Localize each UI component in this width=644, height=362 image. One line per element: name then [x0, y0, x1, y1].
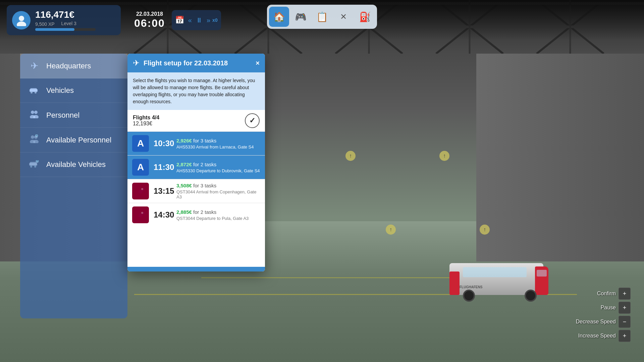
modal-close-button[interactable]: × [256, 59, 260, 67]
svg-point-22 [35, 92, 37, 94]
clock-area: 22.03.2018 06:00 [134, 11, 165, 29]
clock-date: 22.03.2018 [136, 11, 163, 17]
clipboard-icon: 📋 [316, 11, 328, 22]
sidebar-item-available-personnel[interactable]: + Available Personnel [20, 128, 127, 153]
sidebar-label-headquarters: Headquarters [46, 62, 91, 70]
nav-tab-home[interactable]: 🏠 [269, 7, 289, 27]
speed-label: x0 [212, 17, 218, 23]
flight-row-1[interactable]: A 10:30 2,926€ for 3 tasks AHS5330 Arriv… [127, 131, 265, 155]
modal-empty-space [127, 227, 265, 267]
flight-list: A 10:30 2,926€ for 3 tasks AHS5330 Arriv… [127, 131, 265, 227]
airline-badge-2: A [132, 159, 149, 176]
available-personnel-icon: + [28, 134, 40, 145]
confirm-label: Confirm [597, 291, 616, 297]
flight-row-4[interactable]: 14:30 2,885€ for 2 tasks QST3044 Departu… [127, 203, 265, 227]
flight-detail-3: QST3044 Arrival from Copenhagen, Gate A3 [176, 189, 260, 199]
svg-point-24 [34, 111, 38, 114]
speed-prev-btn[interactable]: « [186, 15, 194, 25]
sidebar-label-available-vehicles: Available Vehicles [46, 160, 106, 169]
xp-bar-fill [35, 28, 74, 31]
svg-point-18 [17, 21, 26, 26]
nav-tab-fuel[interactable]: ⛽ [355, 7, 375, 27]
flight-row-3[interactable]: 13:15 3,508€ for 3 tasks QST3044 Arrival… [127, 179, 265, 203]
flight-info-1: 2,926€ for 3 tasks AHS5330 Arrival from … [176, 138, 260, 149]
pause-button[interactable]: + [619, 302, 631, 314]
flight-time-3: 13:15 [154, 186, 176, 196]
sidebar-item-personnel[interactable]: Personnel [20, 103, 127, 128]
svg-point-21 [31, 92, 33, 94]
flight-earnings-row-3: 3,508€ for 3 tasks [176, 183, 260, 189]
svg-rect-34 [29, 163, 37, 166]
svg-point-17 [19, 16, 24, 21]
bus-wheel-front [525, 290, 537, 302]
player-money: 116,471€ [35, 9, 115, 20]
sidebar-item-available-vehicles[interactable]: + Available Vehicles [20, 153, 127, 177]
flight-earnings-row-2: 2,872€ for 2 tasks [176, 162, 260, 168]
speed-pause-btn[interactable]: ⏸ [194, 15, 205, 25]
sidebar-label-vehicles: Vehicles [46, 86, 74, 95]
flight-detail-1: AHS5330 Arrival from Larnaca, Gate S4 [176, 144, 260, 149]
flight-tasks-1: for 3 tasks [193, 138, 216, 143]
clock-time: 06:00 [134, 17, 165, 29]
increase-speed-button[interactable]: + [619, 330, 631, 342]
sidebar-label-available-personnel: Available Personnel [46, 136, 111, 144]
close-x-icon: ✕ [340, 12, 347, 21]
nav-tab-map[interactable]: 📋 [312, 7, 332, 27]
calendar-icon: 📅 [175, 16, 184, 24]
sidebar-label-personnel: Personnel [46, 111, 79, 120]
flight-time-4: 14:30 [154, 210, 176, 220]
svg-point-40 [141, 212, 143, 214]
control-row-confirm: Confirm + [597, 288, 631, 300]
sidebar-item-headquarters[interactable]: ✈ Headquarters [20, 54, 127, 78]
flight-earnings-2: 2,872€ [176, 162, 193, 167]
airline-badge-4 [132, 206, 149, 223]
control-row-increase: Increase Speed + [578, 330, 631, 342]
player-avatar [12, 11, 31, 29]
airline-badge-1: A [132, 135, 149, 152]
control-row-pause: Pause + [601, 302, 631, 314]
confirm-button[interactable]: + [619, 288, 631, 300]
bus-front-window [537, 270, 547, 277]
svg-text:+: + [37, 161, 38, 163]
flight-info-2: 2,872€ for 2 tasks AHS5330 Departure to … [176, 162, 260, 173]
flight-detail-4: QST3044 Departure to Pula, Gate A3 [176, 216, 260, 221]
decrease-speed-label: Decrease Speed [576, 319, 616, 325]
player-info: 116,471€ 9,500 XP Level 3 [7, 5, 121, 35]
flight-earnings-row-4: 2,885€ for 2 tasks [176, 209, 260, 215]
flights-count: Flights 4/4 [133, 115, 159, 121]
increase-speed-label: Increase Speed [578, 333, 616, 339]
decrease-speed-button[interactable]: − [619, 316, 631, 328]
player-stats: 116,471€ 9,500 XP Level 3 [35, 9, 115, 31]
svg-text:+: + [36, 135, 37, 137]
flight-time-1: 10:30 [154, 139, 176, 148]
nav-tab-close[interactable]: ✕ [333, 7, 354, 27]
svg-point-36 [34, 166, 36, 168]
airline-badge-3 [132, 183, 149, 199]
vehicles-icon [28, 85, 40, 96]
flight-earnings-4: 2,885€ [176, 209, 193, 215]
flight-row-2[interactable]: A 11:30 2,872€ for 2 tasks AHS5330 Depar… [127, 155, 265, 179]
svg-rect-20 [30, 89, 38, 92]
modal-header-left: ✈ Flight setup for 22.03.2018 [133, 58, 228, 68]
bus-front [535, 266, 548, 295]
modal-title: Flight setup for 22.03.2018 [144, 59, 228, 67]
floor-arrow-1: ↑ [439, 151, 449, 161]
player-level: Level 3 [61, 21, 76, 27]
sidebar-item-vehicles[interactable]: Vehicles [20, 78, 127, 103]
wall-right [476, 54, 644, 261]
flight-earnings-row-1: 2,926€ for 3 tasks [176, 138, 260, 144]
floor-arrow-5: ↑ [386, 225, 396, 235]
flight-earnings-1: 2,926€ [176, 138, 193, 143]
confirm-check-button[interactable]: ✓ [245, 113, 260, 128]
bus-back [449, 272, 460, 295]
flight-info-3: 3,508€ for 3 tasks QST3044 Arrival from … [176, 183, 260, 199]
svg-point-23 [31, 111, 34, 114]
total-earnings: 12,193€ [133, 121, 159, 127]
nav-tab-drive[interactable]: 🎮 [290, 7, 311, 27]
headquarters-icon: ✈ [28, 60, 40, 71]
pause-label: Pause [601, 305, 616, 311]
speed-next-btn[interactable]: » [205, 15, 212, 25]
svg-point-35 [30, 166, 32, 168]
available-vehicles-icon: + [28, 159, 40, 170]
flight-tasks-2: for 2 tasks [193, 162, 216, 167]
